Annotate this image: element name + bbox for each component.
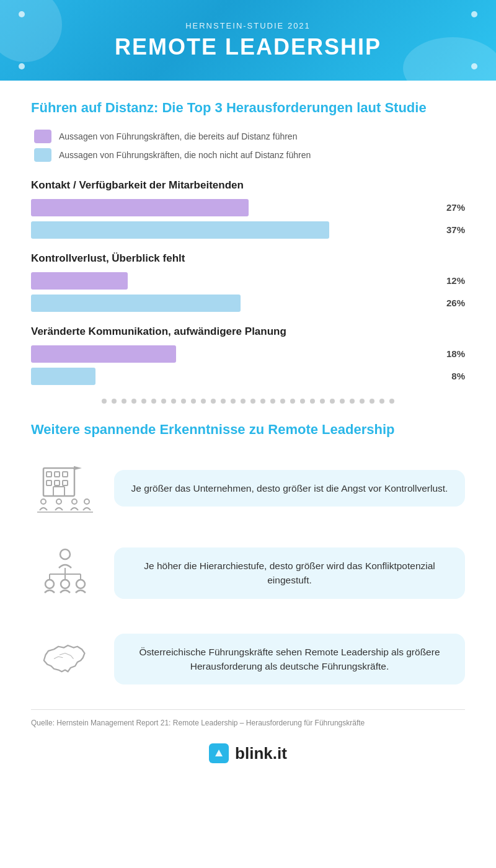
legend-label-purple: Aussagen von Führungskräften, die bereit…	[59, 131, 297, 141]
bar-pct-1-purple: 27%	[440, 202, 465, 213]
info-text-2: Je höher die Hierarchiestufe, desto größ…	[114, 547, 465, 599]
divider	[31, 399, 465, 404]
svg-point-15	[60, 549, 70, 559]
info-card-2: Je höher die Hierarchiestufe, desto größ…	[31, 538, 465, 609]
bar-pct-3-blue: 8%	[440, 371, 465, 381]
svg-rect-1	[46, 472, 51, 477]
legend-label-blue: Aussagen von Führungskräften, die noch n…	[59, 150, 311, 160]
header: HERNSTEIN-STUDIE 2021 REMOTE LEADERSHIP	[0, 0, 496, 81]
svg-point-11	[56, 499, 61, 504]
svg-rect-5	[55, 480, 60, 485]
bar-2-blue	[31, 294, 241, 312]
legend-color-blue	[34, 148, 51, 162]
austria-icon	[31, 634, 99, 684]
chart-label-2: Kontrollverlust, Überblick fehlt	[31, 252, 465, 265]
svg-marker-9	[74, 466, 82, 470]
bar-row-2-blue: 26%	[31, 294, 465, 312]
bar-3-blue	[31, 368, 95, 385]
svg-rect-3	[63, 472, 68, 477]
svg-point-21	[61, 580, 69, 588]
bar-wrap-3-purple	[31, 345, 434, 363]
hierarchy-svg	[37, 548, 93, 598]
svg-rect-2	[55, 472, 60, 477]
svg-point-23	[76, 580, 85, 588]
source-text: Quelle: Hernstein Management Report 21: …	[31, 719, 365, 727]
info-card-1: Je größer das Unternehmen, desto größer …	[31, 453, 465, 523]
bar-wrap-2-purple	[31, 272, 434, 290]
legend-color-purple	[34, 130, 51, 143]
header-title: REMOTE LEADERSHIP	[115, 34, 381, 60]
bar-pct-2-blue: 26%	[440, 298, 465, 308]
svg-marker-24	[215, 750, 223, 756]
main-content: Führen auf Distanz: Die Top 3 Herausford…	[0, 81, 496, 788]
legend-item-blue: Aussagen von Führungskräften, die noch n…	[34, 148, 465, 162]
section1-title: Führen auf Distanz: Die Top 3 Herausford…	[31, 99, 465, 117]
bar-wrap-3-blue	[31, 368, 434, 385]
info-card-3: Österreichische Führungskräfte sehen Rem…	[31, 624, 465, 695]
svg-point-10	[41, 499, 46, 504]
blinkit-logo-icon	[209, 743, 229, 763]
bar-pct-3-purple: 18%	[440, 348, 465, 359]
svg-rect-4	[46, 480, 51, 485]
bar-pct-1-blue: 37%	[440, 224, 465, 235]
source: Quelle: Hernstein Management Report 21: …	[31, 709, 465, 733]
chart-label-3: Veränderte Kommunikation, aufwändigere P…	[31, 326, 465, 338]
legend: Aussagen von Führungskräften, die bereit…	[31, 130, 465, 162]
svg-point-12	[72, 499, 77, 504]
bar-pct-2-purple: 12%	[440, 275, 465, 286]
section2-title: Weitere spannende Erkenntnisse zu Remote…	[31, 421, 465, 439]
bar-row-3-blue: 8%	[31, 368, 465, 385]
legend-item-purple: Aussagen von Führungskräften, die bereit…	[34, 130, 465, 143]
footer: blink.it	[31, 733, 465, 776]
austria-svg	[37, 634, 93, 684]
building-icon	[31, 463, 99, 513]
svg-rect-6	[63, 480, 68, 485]
building-svg	[37, 463, 93, 513]
blinkit-logo-text: blink.it	[235, 744, 287, 763]
hierarchy-icon	[31, 548, 99, 598]
bar-wrap-2-blue	[31, 294, 434, 312]
bar-wrap-1-purple	[31, 199, 434, 216]
chart-section-1: Kontakt / Verfügbarkeit der Mitarbeitend…	[31, 179, 465, 239]
bar-row-2-purple: 12%	[31, 272, 465, 290]
svg-rect-7	[53, 487, 64, 496]
svg-point-13	[84, 499, 89, 504]
bar-1-purple	[31, 199, 249, 216]
header-subtitle: HERNSTEIN-STUDIE 2021	[185, 21, 311, 30]
chart-section-2: Kontrollverlust, Überblick fehlt 12% 26%	[31, 252, 465, 312]
chart-label-1: Kontakt / Verfügbarkeit der Mitarbeitend…	[31, 179, 465, 192]
bar-row-3-purple: 18%	[31, 345, 465, 363]
bar-row-1-purple: 27%	[31, 199, 465, 216]
bar-1-blue	[31, 221, 329, 239]
bar-wrap-1-blue	[31, 221, 434, 239]
bar-2-purple	[31, 272, 128, 290]
chart-section-3: Veränderte Kommunikation, aufwändigere P…	[31, 326, 465, 385]
info-text-1: Je größer das Unternehmen, desto größer …	[114, 470, 465, 507]
svg-point-19	[45, 580, 54, 588]
bar-3-purple	[31, 345, 176, 363]
bar-row-1-blue: 37%	[31, 221, 465, 239]
info-text-3: Österreichische Führungskräfte sehen Rem…	[114, 634, 465, 685]
